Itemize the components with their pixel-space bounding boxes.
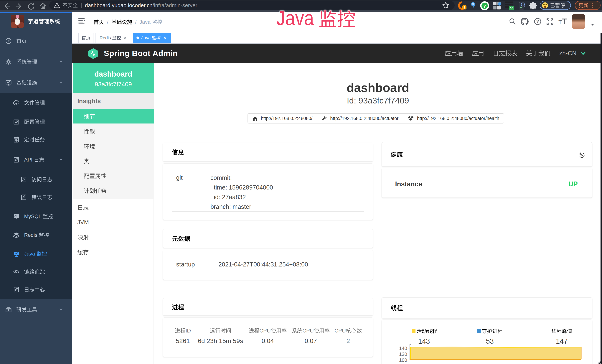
svg-text:140: 140	[399, 345, 407, 351]
svg-text:on: on	[510, 6, 514, 10]
svg-text:T: T	[559, 19, 562, 25]
svg-text:T: T	[562, 18, 567, 25]
svg-text:1: 1	[463, 6, 465, 9]
svg-text:y: y	[483, 3, 486, 8]
svg-text:?: ?	[536, 19, 539, 24]
svg-text:120: 120	[399, 351, 407, 357]
svg-text:100: 100	[399, 357, 407, 363]
